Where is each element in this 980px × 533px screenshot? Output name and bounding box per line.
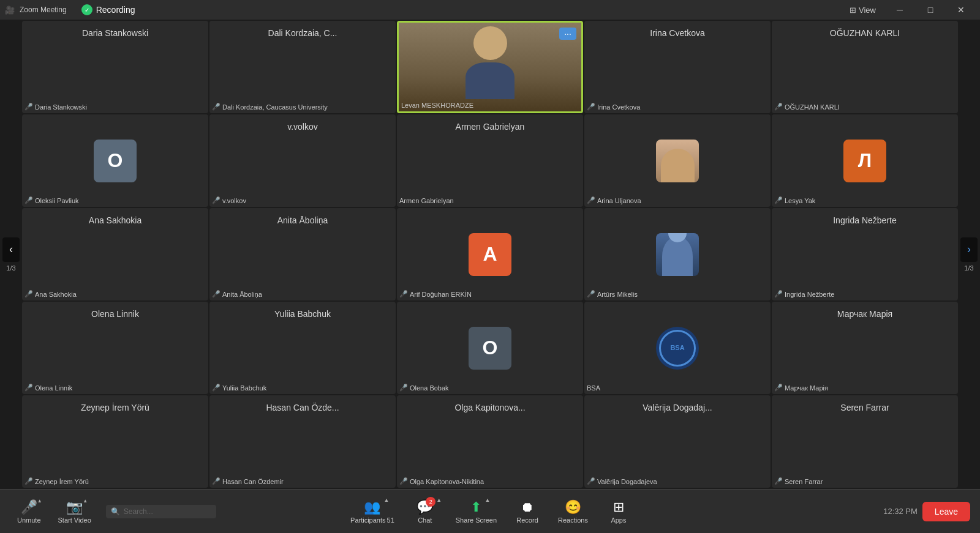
avatar-arturs	[656, 233, 699, 276]
participant-name-hasan: Hasan Can Özde...	[209, 403, 396, 412]
participant-sublabel-olga: Olga Kapitonova-Nikitina	[410, 478, 484, 485]
microphone-icon: 🎤 ▲	[21, 499, 37, 515]
participant-tile-arina[interactable]: 🎤 Arina Uljanova	[584, 114, 771, 207]
participant-tile-valerija[interactable]: Valērija Dogadaj... 🎤 Valērija Dogadajev…	[584, 395, 771, 488]
participant-tile-lesya[interactable]: Л 🎤 Lesya Yak	[772, 114, 958, 207]
participant-tile-irina[interactable]: Irina Cvetkova 🎤 Irina Cvetkova	[584, 21, 771, 113]
view-button[interactable]: ⊞ View	[850, 6, 876, 15]
search-bar[interactable]: 🔍 Search...	[106, 505, 216, 518]
participant-name-marchak: Марчак Марія	[772, 309, 958, 319]
minimize-button[interactable]: ─	[886, 0, 914, 20]
participant-name-dali: Dali Kordzaia, C...	[209, 28, 396, 38]
participant-name-valerija: Valērija Dogadaj...	[584, 403, 771, 412]
prev-page-button[interactable]: ‹ 1/3	[2, 237, 20, 272]
participant-label-olga: 🎤 Olga Kapitonova-Nikitina	[399, 477, 484, 485]
participant-tile-ana[interactable]: Ana Sakhokia 🎤 Ana Sakhokia	[22, 208, 208, 300]
participant-label-arif: 🎤 Arif Doğuhan ERKİN	[399, 290, 472, 298]
leave-button[interactable]: Leave	[922, 502, 970, 521]
participant-label-yuliia: 🎤 Yuliia Babchuk	[212, 384, 266, 392]
participant-tile-olena[interactable]: Olena Linnik 🎤 Olena Linnik	[22, 302, 208, 394]
video-caret[interactable]: ▲	[83, 498, 88, 504]
participant-tile-bsa[interactable]: BSA BSA	[584, 302, 771, 394]
participant-sublabel-vvolkov: v.volkov	[222, 197, 246, 204]
participant-label-armen: Armen Gabrielyan	[399, 197, 454, 204]
start-video-button[interactable]: 📷 ▲ Start Video	[51, 497, 99, 526]
video-control: 📷 ▲ Start Video	[58, 499, 91, 524]
participant-sublabel-valerija: Valērija Dogadajeva	[597, 478, 657, 485]
share-screen-label: Share Screen	[456, 516, 497, 524]
muted-icon-irina: 🎤	[587, 103, 595, 111]
person-body	[466, 62, 514, 99]
share-screen-button[interactable]: ⬆ ▲ Share Screen	[448, 497, 504, 526]
participant-label-oleksii: 🎤 Oleksii Pavliuk	[24, 196, 79, 204]
recording-dot: ✓	[81, 4, 92, 15]
participant-tile-levan[interactable]: ··· Levan MESKHORADZE	[397, 21, 583, 113]
start-video-label: Start Video	[58, 516, 91, 524]
participant-name-yuliia: Yuliia Babchuk	[209, 309, 396, 319]
participant-tile-oguzhan[interactable]: OĞUZHAN KARLI 🎤 OĞUZHAN KARLI	[772, 21, 958, 113]
participant-tile-seren[interactable]: Seren Farrar 🎤 Seren Farrar	[772, 395, 958, 488]
unmute-button[interactable]: 🎤 ▲ Unmute	[10, 497, 48, 526]
participant-label-oguzhan: 🎤 OĞUZHAN KARLI	[774, 103, 840, 111]
chat-badge: 2	[426, 497, 435, 507]
participant-sublabel-armen: Armen Gabrielyan	[399, 197, 454, 204]
next-page-button[interactable]: › 1/3	[960, 237, 978, 272]
unmute-caret[interactable]: ▲	[37, 498, 42, 504]
participant-label-seren: 🎤 Seren Farrar	[774, 477, 823, 485]
maximize-button[interactable]: □	[916, 0, 944, 20]
record-icon: ⏺	[521, 499, 534, 515]
participants-button[interactable]: 👥 ▲ Participants 51	[343, 497, 402, 526]
participant-name-daria: Daria Stankowski	[22, 28, 208, 38]
participant-sublabel-hasan: Hasan Can Özdemir	[222, 478, 284, 485]
participant-tile-olenab[interactable]: O 🎤 Olena Bobak	[397, 302, 583, 394]
participant-tile-hasan[interactable]: Hasan Can Özde... 🎤 Hasan Can Özdemir	[209, 395, 396, 488]
participant-tile-olga[interactable]: Olga Kapitonova... 🎤 Olga Kapitonova-Nik…	[397, 395, 583, 488]
participants-label-group: Participants 51	[350, 516, 394, 524]
right-arrow-icon[interactable]: ›	[960, 237, 978, 262]
participant-label-bsa: BSA	[587, 384, 600, 392]
more-options-button[interactable]: ···	[559, 28, 576, 40]
search-placeholder: Search...	[124, 507, 153, 516]
participant-label-olena: 🎤 Olena Linnik	[24, 384, 72, 392]
participant-name-olena: Olena Linnik	[22, 309, 208, 319]
muted-icon-dali: 🎤	[212, 103, 221, 111]
reactions-label: Reactions	[558, 516, 588, 524]
chat-caret[interactable]: ▲	[436, 497, 442, 503]
page-indicator-left: 1/3	[6, 264, 15, 272]
participant-tile-ingrida[interactable]: Ingrida Nežberte 🎤 Ingrida Nežberte	[772, 208, 958, 300]
participant-tile-armen[interactable]: Armen Gabrielyan Armen Gabrielyan	[397, 114, 583, 207]
participant-tile-marchak[interactable]: Марчак Марія 🎤 Марчак Марія	[772, 302, 958, 394]
participant-sublabel-seren: Seren Farrar	[785, 478, 823, 485]
close-button[interactable]: ✕	[947, 0, 975, 20]
participant-name-ingrida: Ingrida Nežberte	[772, 215, 958, 225]
participant-tile-oleksii[interactable]: O 🎤 Oleksii Pavliuk	[22, 114, 208, 207]
chat-button[interactable]: 💬 2 ▲ Chat	[407, 497, 443, 526]
record-button[interactable]: ⏺ Record	[509, 497, 546, 526]
apps-button[interactable]: ⊞ Apps	[600, 497, 637, 526]
participant-name-anita: Anita Āboliņa	[209, 215, 396, 225]
participant-tile-arturs[interactable]: 🎤 Artūrs Mikelis	[584, 208, 771, 300]
muted-icon-yuliia: 🎤	[212, 384, 221, 392]
avatar-olenab: O	[469, 327, 511, 370]
participant-sublabel-olenab: Olena Bobak	[410, 384, 449, 392]
participant-tile-dali[interactable]: Dali Kordzaia, C... 🎤 Dali Kordzaia, Cau…	[209, 21, 396, 113]
share-caret[interactable]: ▲	[484, 497, 490, 503]
participant-label-ingrida: 🎤 Ingrida Nežberte	[774, 290, 834, 298]
muted-icon-olena: 🎤	[24, 384, 33, 392]
participant-name-vvolkov: v.volkov	[209, 122, 396, 132]
left-arrow-icon[interactable]: ‹	[2, 237, 20, 262]
participant-tile-zeynep[interactable]: Zeynep İrem Yörü 🎤 Zeynep İrem Yörü	[22, 395, 208, 488]
participants-caret[interactable]: ▲	[383, 497, 389, 503]
reactions-button[interactable]: 😊 Reactions	[551, 497, 595, 526]
toolbar-right: 12:32 PM Leave	[878, 502, 970, 521]
participant-tile-arif[interactable]: A 🎤 Arif Doğuhan ERKİN	[397, 208, 583, 300]
participant-sublabel-olena: Olena Linnik	[35, 384, 72, 392]
participant-tile-vvolkov[interactable]: v.volkov 🎤 v.volkov	[209, 114, 396, 207]
participant-sublabel-oleksii: Oleksii Pavliuk	[35, 197, 79, 204]
recording-text: Recording	[96, 5, 135, 15]
participant-tile-daria[interactable]: Daria Stankowski 🎤 Daria Stankowski	[22, 21, 208, 113]
participants-label: Participants	[350, 516, 385, 524]
participant-tile-anita[interactable]: Anita Āboliņa 🎤 Anita Āboliņa	[209, 208, 396, 300]
participant-tile-yuliia[interactable]: Yuliia Babchuk 🎤 Yuliia Babchuk	[209, 302, 396, 394]
participant-sublabel-marchak: Марчак Марія	[785, 384, 828, 392]
